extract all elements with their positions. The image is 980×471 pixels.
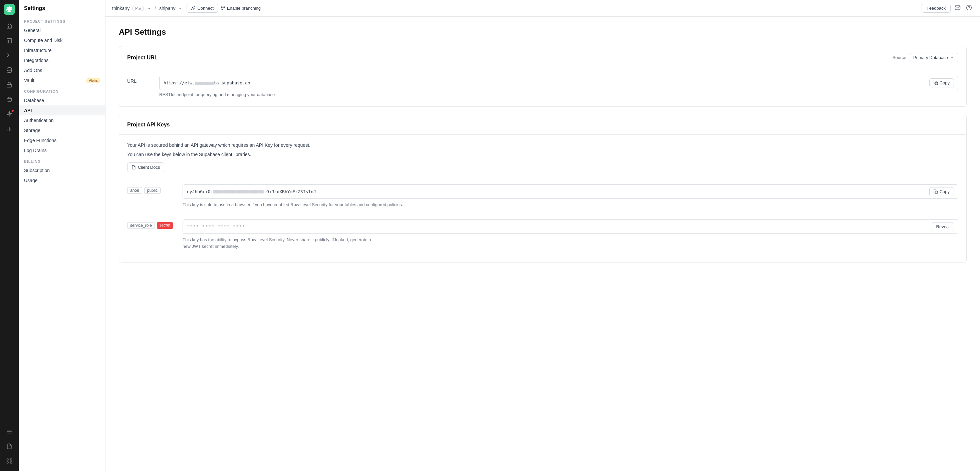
url-masked-2 [204, 82, 214, 85]
nav-functions[interactable] [3, 108, 15, 120]
client-docs-label: Client Docs [138, 165, 160, 170]
anon-key-row: anon public eyJhbGciOiiOiJzdXBhYmFzZSIsI… [127, 179, 958, 214]
url-hint: RESTful endpoint for querying and managi… [159, 92, 958, 97]
url-label: URL [127, 76, 154, 84]
source-label: Source [892, 55, 906, 60]
connect-label: Connect [197, 6, 213, 11]
nav-database[interactable] [3, 64, 15, 76]
anon-copy-button[interactable]: Copy [929, 187, 954, 196]
service-role-hint: This key has the ability to bypass Row L… [183, 236, 958, 251]
breadcrumb-project[interactable]: shipany [159, 6, 175, 11]
project-url-card: Project URL Source Primary Database URL [119, 46, 967, 107]
content-area: API Settings Project URL Source Primary … [105, 17, 980, 471]
svg-rect-23 [935, 82, 938, 85]
nav-auth[interactable] [3, 79, 15, 91]
nav-reports[interactable] [3, 123, 15, 135]
org-chevron-up[interactable] [146, 6, 151, 11]
db-select-button[interactable]: Primary Database [909, 53, 958, 62]
project-url-card-body: URL https://etw.ta.supabase.co [119, 69, 966, 106]
mail-icon-button[interactable] [953, 3, 962, 13]
main-area: thinkany Pro / shipany Connect [105, 0, 980, 471]
icon-bar [0, 0, 19, 471]
anon-key-input: eyJhbGciOiiOiJzdXBhYmFzZSIsInJ Copy [183, 184, 958, 199]
nav-home[interactable] [3, 20, 15, 32]
api-keys-desc-2: You can use the keys below in the Supaba… [127, 151, 958, 158]
configuration-section: CONFIGURATION [19, 89, 105, 94]
api-keys-desc-1: Your API is secured behind an API gatewa… [127, 141, 958, 149]
breadcrumb-org[interactable]: thinkany [112, 6, 129, 11]
sidebar-item-compute[interactable]: Compute and Disk [19, 35, 105, 45]
branch-label: Enable branching [227, 6, 261, 11]
anon-masked-4 [236, 190, 250, 193]
card-header-controls: Source Primary Database [892, 53, 958, 62]
secret-badge: secret [157, 222, 173, 229]
sidebar-item-integrations[interactable]: Integrations [19, 56, 105, 65]
nav-integrations[interactable] [3, 455, 15, 467]
project-url-card-title: Project URL [127, 55, 158, 61]
help-icon-button[interactable] [965, 3, 973, 13]
sidebar-item-vault[interactable]: Vault Alpha [19, 75, 105, 86]
sidebar-item-usage[interactable]: Usage [19, 176, 105, 186]
url-masked-1 [195, 82, 204, 85]
sidebar-item-log-drains[interactable]: Log Drains [19, 146, 105, 155]
svg-point-16 [194, 8, 194, 9]
sidebar-item-general[interactable]: General [19, 25, 105, 35]
billing-section: BILLING [19, 159, 105, 163]
service-role-key-input: **** **** **** **** Reveal [183, 219, 958, 234]
reveal-button[interactable]: Reveal [932, 222, 954, 231]
anon-masked-2 [222, 190, 227, 193]
vault-alpha-badge: Alpha [86, 78, 100, 83]
sidebar-item-addons[interactable]: Add Ons [19, 65, 105, 75]
branch-button[interactable]: Enable branching [221, 6, 261, 11]
public-badge: public [144, 187, 161, 194]
topbar: thinkany Pro / shipany Connect [105, 0, 980, 17]
nav-editor[interactable] [3, 35, 15, 47]
service-role-badge: service_role [127, 222, 155, 229]
svg-point-19 [221, 9, 223, 10]
feedback-button[interactable]: Feedback [921, 4, 951, 13]
svg-rect-13 [7, 461, 9, 463]
anon-key-text: eyJhbGciOiiOiJzdXBhYmFzZSIsInJ [187, 189, 927, 194]
connect-button[interactable]: Connect [186, 4, 218, 13]
svg-rect-0 [7, 38, 12, 43]
svg-rect-14 [10, 461, 12, 463]
anon-badges: anon public [127, 184, 177, 194]
sidebar-item-storage[interactable]: Storage [19, 125, 105, 135]
sidebar-item-authentication[interactable]: Authentication [19, 116, 105, 125]
pro-badge: Pro [132, 6, 144, 11]
sidebar-item-infrastructure[interactable]: Infrastructure [19, 45, 105, 56]
svg-point-18 [224, 6, 225, 8]
breadcrumb-sep: / [154, 6, 156, 11]
nav-terminal[interactable] [3, 49, 15, 61]
url-copy-label: Copy [940, 80, 950, 86]
url-input-field: https://etw.ta.supabase.co Copy [159, 76, 958, 90]
sidebar: Settings PROJECT SETTINGS General Comput… [19, 0, 105, 471]
svg-marker-4 [7, 112, 12, 117]
svg-point-2 [7, 68, 12, 70]
sidebar-item-subscription[interactable]: Subscription [19, 165, 105, 176]
sidebar-header-title: Settings [19, 5, 105, 15]
svg-rect-12 [10, 459, 12, 460]
notification-badge [11, 109, 14, 112]
api-keys-card: Project API Keys Your API is secured beh… [119, 115, 967, 263]
anon-masked-5 [250, 190, 259, 193]
service-role-key-row: service_role secret **** **** **** **** … [127, 214, 958, 256]
url-field-row: URL https://etw.ta.supabase.co [127, 76, 958, 97]
sidebar-item-api[interactable]: API [19, 105, 105, 116]
anon-masked-1 [213, 190, 222, 193]
sidebar-item-edge-functions[interactable]: Edge Functions [19, 135, 105, 146]
api-keys-card-header: Project API Keys [119, 115, 966, 135]
nav-storage[interactable] [3, 94, 15, 105]
service-role-value-group: **** **** **** **** Reveal This key has … [183, 219, 958, 251]
nav-docs[interactable] [3, 440, 15, 452]
nav-logs[interactable] [3, 426, 15, 438]
app-logo[interactable] [4, 4, 15, 15]
api-keys-card-title: Project API Keys [127, 122, 170, 128]
project-chevron[interactable] [178, 6, 183, 11]
url-copy-button[interactable]: Copy [929, 78, 954, 87]
svg-rect-11 [7, 459, 9, 460]
url-input-group: https://etw.ta.supabase.co Copy RESTful … [159, 76, 958, 97]
client-docs-button[interactable]: Client Docs [127, 162, 164, 172]
sidebar-item-database[interactable]: Database [19, 95, 105, 105]
service-role-placeholder: **** **** **** **** [187, 224, 929, 229]
